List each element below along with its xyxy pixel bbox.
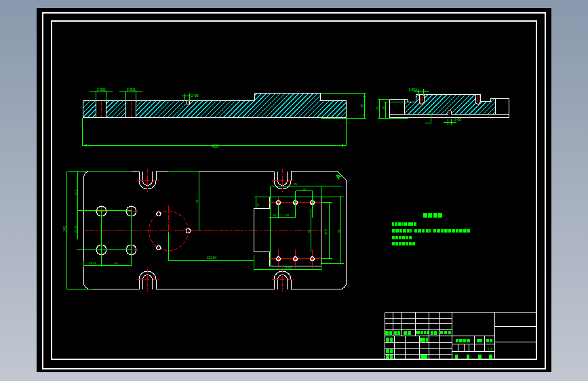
svg-text:96: 96: [337, 229, 340, 233]
svg-text:64: 64: [307, 229, 311, 233]
svg-text:2-Φ11: 2-Φ11: [409, 88, 418, 92]
svg-text:140: 140: [63, 226, 66, 232]
svg-text:29: 29: [286, 214, 289, 217]
svg-text:2-Φ5: 2-Φ5: [454, 118, 462, 121]
svg-text:2-Φ11: 2-Φ11: [127, 88, 136, 92]
svg-text:400: 400: [212, 144, 219, 148]
svg-text:1:1: 1:1: [488, 347, 493, 351]
svg-text:75: 75: [294, 182, 297, 186]
svg-text:29.43: 29.43: [89, 262, 97, 265]
svg-text:83.3: 83.3: [324, 228, 328, 235]
svg-text:20: 20: [382, 106, 385, 109]
svg-text:29.43: 29.43: [74, 225, 77, 233]
svg-text:42.5: 42.5: [74, 189, 77, 195]
svg-text:25: 25: [376, 106, 379, 110]
svg-text:76: 76: [195, 199, 199, 203]
svg-text:2-Φ11: 2-Φ11: [97, 88, 106, 92]
svg-text:2-Φ5: 2-Φ5: [191, 94, 199, 98]
svg-text:73.06: 73.06: [283, 266, 292, 269]
svg-text:25: 25: [361, 104, 364, 108]
svg-text:64: 64: [115, 262, 118, 265]
svg-text:131.84: 131.84: [207, 256, 217, 260]
svg-text:10: 10: [273, 214, 276, 217]
svg-text:17: 17: [256, 203, 260, 206]
svg-text:29: 29: [302, 188, 306, 191]
